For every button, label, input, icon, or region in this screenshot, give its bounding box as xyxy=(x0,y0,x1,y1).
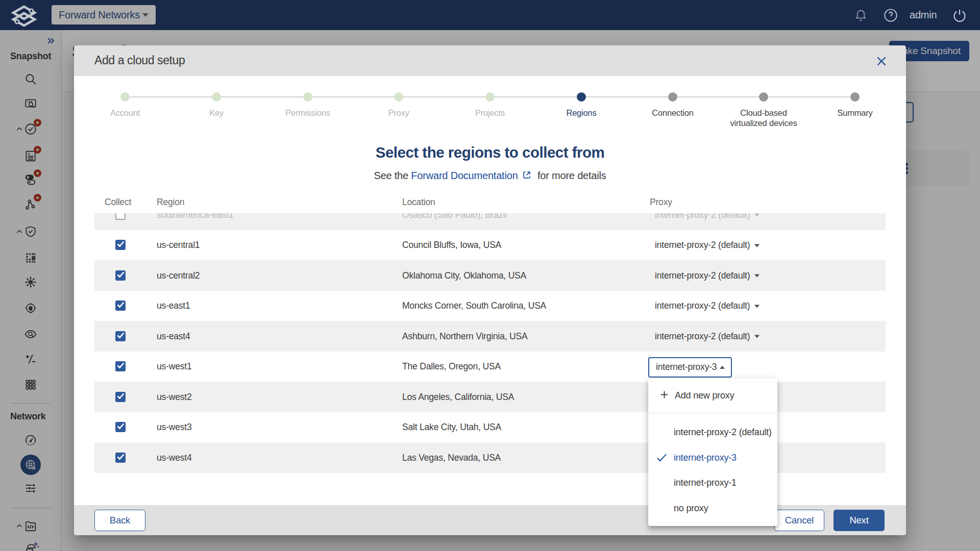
location-cell: Oklahoma City, Oklahoma, USA xyxy=(402,270,526,281)
back-button[interactable]: Back xyxy=(94,510,145,531)
org-selector-label: Forward Networks xyxy=(59,9,142,21)
add-new-proxy-item[interactable]: Add new proxy xyxy=(648,379,777,413)
region-cell: us-central1 xyxy=(157,240,200,251)
check-icon xyxy=(656,453,668,465)
collect-checkbox[interactable] xyxy=(115,331,126,341)
table-row-us-central2: us-central2 Oklahoma City, Oklahoma, USA… xyxy=(94,260,886,291)
dropdown-arrow-icon xyxy=(754,274,760,278)
subtitle-suffix: for more details xyxy=(537,170,606,181)
collect-checkbox[interactable] xyxy=(115,213,126,220)
table-header: Collect Region Location Proxy xyxy=(94,197,886,209)
proxy-select-open[interactable]: internet-proxy-3 xyxy=(648,357,732,378)
add-cloud-setup-dialog: Add a cloud setup Account Key Permission… xyxy=(74,45,906,535)
cancel-button[interactable]: Cancel xyxy=(774,510,824,531)
dropdown-arrow-icon xyxy=(754,335,760,338)
wizard-stepper: Account Key Permissions Proxy Projects R… xyxy=(74,76,906,137)
region-cell: us-central2 xyxy=(157,270,200,281)
proxy-value: internet-proxy-2 (default) xyxy=(655,213,750,220)
dialog-title: Add a cloud setup xyxy=(94,54,185,67)
menu-item-internet-proxy-1[interactable]: internet-proxy-1 xyxy=(648,470,777,496)
step-dot-account[interactable] xyxy=(120,92,130,102)
user-menu[interactable]: admin xyxy=(910,0,937,30)
step-label-summary: Summary xyxy=(813,108,897,118)
column-location: Location xyxy=(402,197,435,208)
notifications-bell-icon[interactable] xyxy=(852,0,869,30)
proxy-select[interactable]: internet-proxy-2 (default) xyxy=(655,240,760,251)
table-row-us-central1: us-central1 Council Bluffs, Iowa, USA in… xyxy=(94,230,886,261)
step-label-permissions: Permissions xyxy=(266,108,350,118)
table-row-southamerica-east1: southamerica-east1 Osasco (Sao Paulo), B… xyxy=(94,213,886,230)
collect-checkbox[interactable] xyxy=(115,361,126,371)
step-dot-key[interactable] xyxy=(212,92,221,102)
dropdown-arrow-icon xyxy=(754,214,760,217)
proxy-select-value: internet-proxy-3 xyxy=(656,362,720,372)
collect-checkbox[interactable] xyxy=(115,422,126,432)
proxy-select[interactable]: internet-proxy-2 (default) xyxy=(655,270,760,281)
location-cell: Salt Lake City, Utah, USA xyxy=(402,422,501,433)
collect-checkbox[interactable] xyxy=(115,392,126,402)
dropdown-arrow-icon xyxy=(754,305,760,308)
proxy-select[interactable]: internet-proxy-2 (default) xyxy=(655,300,760,311)
step-label-proxy: Proxy xyxy=(357,108,440,118)
top-bar: Forward Networks admin xyxy=(0,0,980,30)
step-dot-permissions[interactable] xyxy=(303,92,312,102)
step-dot-summary[interactable] xyxy=(850,92,860,102)
step-dot-projects[interactable] xyxy=(485,92,495,102)
help-icon[interactable] xyxy=(882,0,899,30)
column-collect: Collect xyxy=(105,197,131,208)
menu-item-internet-proxy-3[interactable]: internet-proxy-3 xyxy=(648,445,777,471)
table-row-us-east4: us-east4 Ashburn, Northern Virginia, USA… xyxy=(94,321,886,352)
region-cell: us-west2 xyxy=(157,391,191,402)
table-row-us-east1: us-east1 Moncks Corner, South Carolina, … xyxy=(94,291,886,321)
documentation-link[interactable]: Forward Documentation xyxy=(411,170,518,181)
collect-checkbox[interactable] xyxy=(115,270,126,281)
dialog-subtitle: See the Forward Documentation for more d… xyxy=(74,170,906,183)
menu-item-no-proxy[interactable]: no proxy xyxy=(648,496,777,521)
close-icon[interactable] xyxy=(874,54,889,68)
location-cell: Las Vegas, Nevada, USA xyxy=(402,452,501,463)
step-label-regions: Regions xyxy=(540,108,623,118)
proxy-select[interactable]: internet-proxy-2 (default) xyxy=(655,331,760,341)
location-cell: Los Angeles, California, USA xyxy=(402,391,514,402)
step-dot-proxy[interactable] xyxy=(394,92,403,102)
menu-item-label: internet-proxy-1 xyxy=(674,478,737,488)
proxy-value: internet-proxy-2 (default) xyxy=(655,270,750,281)
username-label: admin xyxy=(910,9,937,21)
dialog-footer: Back Cancel Next xyxy=(74,505,906,535)
chevron-down-icon xyxy=(142,13,149,17)
proxy-dropdown-menu: Add new proxy internet-proxy-2 (default)… xyxy=(648,379,777,526)
step-label-account: Account xyxy=(83,108,167,118)
menu-item-internet-proxy-2[interactable]: internet-proxy-2 (default) xyxy=(648,420,777,445)
region-cell: us-west4 xyxy=(157,452,191,463)
add-new-proxy-label: Add new proxy xyxy=(675,390,734,401)
collect-checkbox[interactable] xyxy=(115,453,126,463)
next-button[interactable]: Next xyxy=(834,510,885,531)
collect-checkbox[interactable] xyxy=(115,240,126,250)
region-cell: southamerica-east1 xyxy=(157,213,233,220)
dropdown-arrow-icon xyxy=(754,244,760,247)
dialog-header: Add a cloud setup xyxy=(74,45,906,76)
step-dot-regions[interactable] xyxy=(577,92,586,102)
step-dot-connection[interactable] xyxy=(668,92,677,102)
proxy-value: internet-proxy-2 (default) xyxy=(655,300,750,311)
dropdown-arrow-up-icon xyxy=(720,366,725,369)
external-link-icon xyxy=(522,170,532,183)
org-selector-button[interactable]: Forward Networks xyxy=(52,5,156,24)
collect-checkbox[interactable] xyxy=(115,300,126,311)
column-region: Region xyxy=(157,197,184,208)
region-cell: us-west3 xyxy=(157,422,191,433)
power-icon[interactable] xyxy=(951,0,968,30)
region-cell: us-west1 xyxy=(157,361,191,372)
dialog-heading: Select the regions to collect from xyxy=(74,144,906,161)
location-cell: Ashburn, Northern Virginia, USA xyxy=(402,331,527,341)
location-cell: The Dalles, Oregon, USA xyxy=(402,361,501,372)
proxy-value: internet-proxy-2 (default) xyxy=(655,331,750,341)
proxy-select[interactable]: internet-proxy-2 (default) xyxy=(655,213,760,220)
forward-networks-logo-icon xyxy=(10,5,38,30)
column-proxy: Proxy xyxy=(650,197,672,208)
step-label-key: Key xyxy=(175,108,258,118)
step-dot-cloud-devices[interactable] xyxy=(759,92,768,102)
table-row-us-west1: us-west1 The Dalles, Oregon, USA interne… xyxy=(94,352,886,382)
region-cell: us-east1 xyxy=(157,300,190,311)
menu-item-label: internet-proxy-3 xyxy=(674,453,737,463)
